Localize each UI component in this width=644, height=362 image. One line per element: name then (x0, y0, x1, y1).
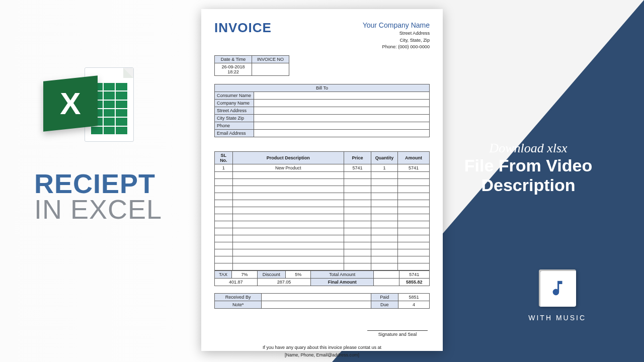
left-title: RECIEPT IN EXCEL (34, 171, 165, 223)
items-table: SL No.Product DescriptionPriceQuantityAm… (214, 151, 430, 270)
table-row (215, 242, 430, 249)
table-row (215, 207, 430, 214)
tax-pct: 7% (232, 271, 257, 279)
items-header: Price (344, 152, 371, 164)
billto-value (254, 122, 430, 130)
table-row (215, 200, 430, 207)
billto-label: City State Zip (215, 115, 254, 122)
billto-value (254, 115, 430, 122)
invoice-title: INVOICE (214, 20, 272, 36)
dt-h2: INVOICE NO (252, 56, 289, 63)
total-blank (374, 271, 399, 279)
right-line2a: File From Video (448, 156, 609, 175)
dt-v2 (252, 63, 289, 76)
items-header: Quantity (371, 152, 398, 164)
billto-value (254, 130, 430, 137)
excel-icon: X (43, 64, 134, 145)
table-row (215, 228, 430, 235)
dt-h1: Date & Time (215, 56, 252, 63)
final-label: Final Amount (311, 279, 374, 286)
billto-label: Phone (215, 122, 254, 130)
table-row (215, 179, 430, 186)
table-row (215, 235, 430, 242)
footer-l1: If you have any quary about this invoice… (214, 344, 430, 351)
right-promo: Download xlsx File From Video Descriptio… (448, 141, 609, 195)
table-row (215, 172, 430, 179)
disc-pct: 5% (285, 271, 310, 279)
cell-sl: 1 (215, 164, 233, 172)
music-block: WITH MUSIC (528, 269, 586, 322)
billto-value (254, 100, 430, 107)
table-row (215, 221, 430, 228)
billto-value (254, 92, 430, 100)
note-val (262, 301, 371, 309)
due-label: Due (371, 301, 398, 309)
billto-label: Street Address (215, 107, 254, 115)
left-promo: X RECIEPT IN EXCEL (34, 64, 165, 223)
paid-val: 5851 (398, 294, 429, 301)
due-val: 4 (398, 301, 429, 309)
cell-amt: 5741 (397, 164, 429, 172)
items-header: Amount (397, 152, 429, 164)
table-row (215, 256, 430, 263)
table-row (215, 193, 430, 200)
paid-label: Paid (371, 294, 398, 301)
final-blank (374, 279, 399, 286)
totals-table: TAX 7% Discount 5% Total Amount 5741 401… (214, 270, 430, 286)
company-block: Your Company Name Street Address City, S… (363, 20, 430, 50)
total-val: 5741 (399, 271, 429, 279)
billto-label: Company Name (215, 100, 254, 107)
right-line1: Download xlsx (448, 141, 609, 156)
billto-label: Email Address (215, 130, 254, 137)
company-phone: Phone: (000) 000-0000 (363, 44, 430, 50)
disc-label: Discount (257, 271, 285, 279)
dt-v1: 26-09-2018 18:22 (215, 63, 252, 76)
received-by-val (262, 294, 371, 301)
company-csz: City, State, Zip (363, 37, 430, 44)
table-row (215, 249, 430, 256)
cell-desc: New Product (232, 164, 344, 172)
cell-price: 5741 (344, 164, 371, 172)
items-header: SL No. (215, 152, 233, 164)
received-by-label: Received By (215, 294, 262, 301)
billto-header: Bill To (215, 84, 430, 92)
company-name: Your Company Name (363, 20, 430, 30)
billto-table: Bill To Consumer NameCompany NameStreet … (214, 84, 430, 137)
billto-value (254, 107, 430, 115)
date-invoiceno-table: Date & TimeINVOICE NO 26-09-2018 18:22 (214, 55, 289, 76)
music-label: WITH MUSIC (528, 314, 586, 322)
signature-line: Signature and Seal (367, 330, 428, 337)
table-row (215, 214, 430, 221)
tax-label: TAX (215, 271, 232, 279)
table-row (215, 186, 430, 193)
final-val: 5855.82 (399, 279, 429, 286)
total-label: Total Amount (311, 271, 374, 279)
items-header: Product Description (232, 152, 344, 164)
disc-val: 287.05 (257, 279, 311, 286)
cell-qty: 1 (371, 164, 398, 172)
excel-badge-icon: X (43, 75, 98, 131)
footer-text: If you have any quary about this invoice… (214, 344, 430, 358)
music-icon (539, 269, 576, 307)
left-title-line2: IN EXCEL (34, 194, 162, 224)
right-line2b: Description (448, 175, 609, 195)
company-street: Street Address (363, 30, 430, 37)
note-label: Note* (215, 301, 262, 309)
payment-table: Received By Paid 5851 Note* Due 4 (214, 293, 430, 309)
table-row (215, 263, 430, 270)
billto-label: Consumer Name (215, 92, 254, 100)
invoice-document: INVOICE Your Company Name Street Address… (201, 9, 443, 351)
tax-val: 401.87 (215, 279, 258, 286)
footer-l2: [Name, Phone, Email@address.com] (214, 351, 430, 358)
stage: X RECIEPT IN EXCEL Download xlsx File Fr… (0, 0, 644, 362)
